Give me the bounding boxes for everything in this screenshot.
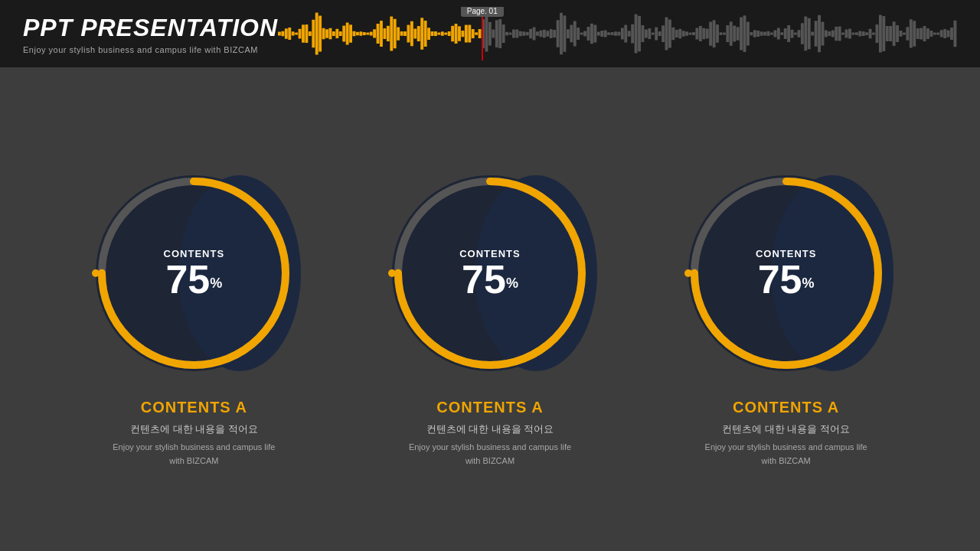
svg-rect-127 — [709, 21, 712, 45]
svg-rect-71 — [519, 31, 522, 36]
svg-rect-154 — [801, 23, 804, 44]
svg-rect-8 — [305, 24, 309, 43]
chart-card-3: CONTENTS 75% CONTENTS A 컨텐츠에 대한 내용을 적어요 … — [671, 166, 901, 468]
svg-rect-88 — [577, 28, 580, 40]
svg-rect-46 — [434, 31, 437, 36]
svg-rect-111 — [655, 28, 658, 41]
svg-rect-166 — [841, 33, 844, 35]
svg-rect-72 — [522, 31, 525, 35]
svg-rect-135 — [737, 27, 740, 41]
svg-rect-126 — [706, 29, 709, 39]
svg-rect-109 — [648, 28, 651, 39]
donut-percent-2: % — [506, 276, 518, 291]
svg-rect-161 — [825, 30, 828, 37]
svg-rect-184 — [903, 33, 906, 35]
svg-rect-171 — [858, 31, 861, 37]
svg-rect-90 — [583, 31, 586, 37]
svg-rect-104 — [631, 24, 634, 44]
svg-rect-40 — [413, 28, 416, 38]
svg-rect-56 — [468, 24, 471, 42]
card-desc-1: Enjoy your stylish business and campus l… — [113, 441, 275, 468]
donut-chart-3: CONTENTS 75% — [679, 166, 893, 380]
svg-rect-6 — [299, 29, 302, 39]
svg-rect-163 — [831, 31, 835, 37]
svg-rect-0 — [278, 32, 281, 36]
svg-rect-123 — [696, 28, 699, 39]
card-title-3: CONTENTS A — [705, 399, 867, 416]
svg-rect-168 — [848, 29, 851, 39]
svg-rect-151 — [791, 30, 794, 38]
svg-rect-139 — [750, 32, 753, 35]
svg-rect-148 — [780, 32, 783, 34]
svg-rect-124 — [699, 26, 702, 41]
svg-rect-70 — [515, 29, 518, 37]
svg-rect-13 — [322, 28, 325, 40]
svg-rect-48 — [441, 31, 444, 36]
svg-rect-118 — [678, 29, 681, 39]
svg-rect-180 — [889, 26, 892, 41]
svg-rect-87 — [573, 21, 577, 47]
svg-rect-143 — [763, 32, 766, 36]
donut-percent-1: % — [210, 276, 222, 291]
svg-rect-153 — [798, 30, 801, 37]
svg-rect-57 — [472, 29, 475, 38]
svg-rect-34 — [394, 19, 397, 49]
svg-rect-4 — [292, 31, 295, 35]
svg-rect-132 — [726, 25, 729, 42]
svg-rect-99 — [614, 31, 617, 35]
svg-rect-172 — [862, 31, 865, 36]
svg-rect-105 — [635, 15, 638, 54]
svg-rect-31 — [384, 28, 387, 39]
svg-rect-97 — [607, 32, 610, 35]
svg-rect-16 — [332, 31, 335, 36]
svg-rect-101 — [621, 28, 624, 40]
svg-rect-96 — [604, 31, 607, 37]
svg-rect-116 — [671, 28, 675, 41]
svg-rect-100 — [618, 32, 621, 36]
svg-rect-141 — [756, 31, 760, 37]
svg-rect-44 — [427, 28, 430, 40]
svg-rect-102 — [624, 24, 627, 42]
svg-rect-19 — [342, 25, 345, 41]
svg-rect-190 — [923, 26, 926, 41]
svg-rect-198 — [950, 28, 953, 40]
svg-rect-145 — [770, 33, 773, 35]
svg-rect-146 — [774, 31, 777, 37]
svg-rect-43 — [424, 21, 427, 47]
svg-rect-170 — [855, 32, 858, 35]
svg-rect-129 — [716, 24, 719, 43]
svg-rect-20 — [346, 23, 349, 45]
svg-rect-83 — [560, 13, 563, 54]
svg-rect-192 — [930, 31, 933, 37]
svg-rect-193 — [933, 33, 936, 35]
svg-rect-15 — [329, 28, 332, 40]
svg-rect-52 — [455, 24, 458, 44]
svg-rect-152 — [794, 33, 797, 35]
svg-rect-121 — [689, 33, 692, 35]
svg-rect-133 — [730, 21, 733, 46]
svg-rect-159 — [818, 15, 821, 53]
svg-rect-191 — [926, 28, 929, 39]
waveform-area[interactable]: Page. 01 — [278, 7, 957, 60]
header: PPT PRESENTATION Enjoy your stylish busi… — [0, 0, 980, 67]
svg-rect-142 — [760, 31, 763, 36]
svg-rect-98 — [611, 32, 614, 35]
svg-point-217 — [684, 269, 692, 277]
svg-rect-1 — [281, 31, 284, 36]
card-desc-2: Enjoy your stylish business and campus l… — [409, 441, 571, 468]
svg-rect-174 — [869, 29, 872, 39]
svg-rect-28 — [373, 29, 376, 37]
svg-rect-107 — [642, 25, 645, 42]
svg-rect-73 — [526, 32, 529, 36]
svg-rect-128 — [713, 20, 716, 47]
svg-rect-91 — [587, 27, 590, 41]
svg-rect-150 — [787, 25, 790, 42]
donut-chart-1: CONTENTS 75% — [87, 166, 301, 380]
svg-rect-86 — [570, 25, 573, 43]
svg-rect-80 — [550, 29, 553, 38]
svg-rect-183 — [900, 31, 903, 37]
svg-rect-185 — [906, 27, 909, 41]
card-info-3: CONTENTS A 컨텐츠에 대한 내용을 적어요 Enjoy your st… — [705, 399, 867, 468]
svg-rect-194 — [936, 33, 939, 35]
svg-rect-114 — [665, 18, 668, 51]
